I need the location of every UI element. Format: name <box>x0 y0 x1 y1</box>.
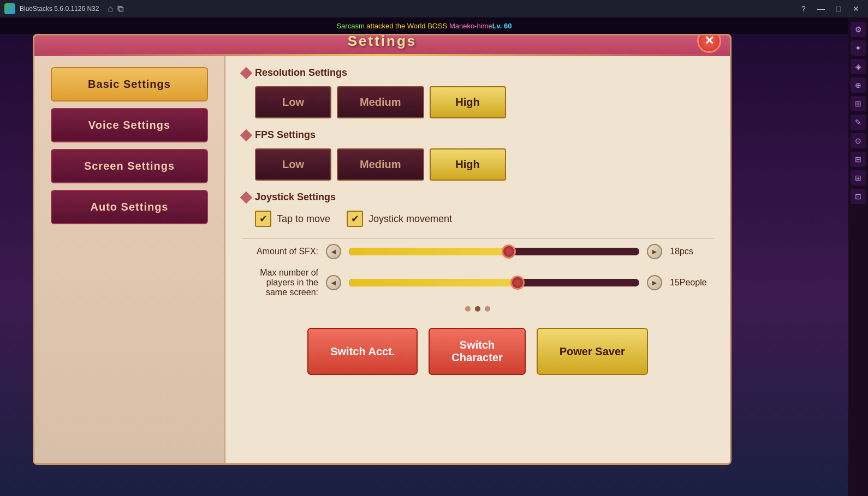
sfx-slider-row: Amount of SFX: ◄ ► 18pcs <box>242 244 714 259</box>
sidebar-icon-2[interactable]: ✦ <box>851 40 866 56</box>
resolution-section: Resolution Settings Low Medium High <box>242 67 714 118</box>
settings-dialog: Settings ✕ Basic Settings Voice Settings… <box>33 34 732 465</box>
sfx-decrease-button[interactable]: ◄ <box>326 244 341 259</box>
pagination <box>242 306 714 312</box>
notif-boss: Maneko-hime <box>449 22 492 30</box>
settings-close-button[interactable]: ✕ <box>697 34 721 53</box>
notif-player: Sarcasm <box>336 22 364 30</box>
resolution-medium-btn[interactable]: Medium <box>337 86 424 118</box>
joystick-movement-label: Joystick movement <box>368 213 452 225</box>
settings-content: Basic Settings Voice Settings Screen Set… <box>34 56 730 463</box>
resolution-title: Resolution Settings <box>255 67 347 79</box>
notif-level: Lv. 60 <box>492 22 512 30</box>
fps-diamond-icon <box>240 129 253 141</box>
sidebar-icon-9[interactable]: ⊞ <box>851 170 866 186</box>
switch-character-button[interactable]: Switch Character <box>429 328 525 375</box>
fps-title: FPS Settings <box>255 129 316 141</box>
fps-btn-group: Low Medium High <box>255 148 714 181</box>
sidebar-icon-1[interactable]: ⚙ <box>851 22 866 37</box>
joystick-section: Joystick Settings ✔ Tap to move ✔ Joysti… <box>242 192 714 227</box>
joystick-diamond-icon <box>240 191 253 204</box>
settings-nav: Basic Settings Voice Settings Screen Set… <box>34 56 225 463</box>
window-controls: ? — □ ✕ <box>796 3 864 14</box>
minimize-button[interactable]: — <box>813 3 829 14</box>
joystick-movement-item: ✔ Joystick movement <box>347 211 452 227</box>
fps-low-btn[interactable]: Low <box>255 148 331 181</box>
resolution-btn-group: Low Medium High <box>255 86 714 118</box>
tap-to-move-label: Tap to move <box>277 213 330 225</box>
settings-main: Resolution Settings Low Medium High FPS … <box>225 56 730 463</box>
notif-action: attacked the World BOSS <box>365 22 449 30</box>
help-button[interactable]: ? <box>796 3 811 14</box>
switch-acct-button[interactable]: Switch Acct. <box>307 328 418 375</box>
sidebar-icon-4[interactable]: ⊕ <box>851 77 866 93</box>
right-sidebar: ⚙ ✦ ◈ ⊕ ⊞ ✎ ⊙ ⊟ ⊞ ⊡ <box>848 17 868 496</box>
fps-header: FPS Settings <box>242 129 714 141</box>
sidebar-icon-7[interactable]: ⊙ <box>851 133 866 148</box>
nav-basic-settings[interactable]: Basic Settings <box>51 67 208 101</box>
maximize-button[interactable]: □ <box>831 3 846 14</box>
sfx-increase-button[interactable]: ► <box>647 244 662 259</box>
fps-medium-btn[interactable]: Medium <box>337 148 424 181</box>
sidebar-icon-3[interactable]: ◈ <box>851 59 866 74</box>
fps-section: FPS Settings Low Medium High <box>242 129 714 181</box>
nav-screen-settings[interactable]: Screen Settings <box>51 149 208 183</box>
pagination-dot-1[interactable] <box>465 306 471 312</box>
nav-auto-settings[interactable]: Auto Settings <box>51 190 208 224</box>
sfx-value: 18pcs <box>670 247 714 256</box>
players-increase-button[interactable]: ► <box>647 275 662 290</box>
settings-header: Settings ✕ <box>34 34 730 56</box>
tap-to-move-item: ✔ Tap to move <box>255 211 330 227</box>
settings-title: Settings <box>348 34 417 50</box>
players-slider-fill <box>349 279 518 286</box>
divider-1 <box>242 238 714 238</box>
notification-bar: Sarcasm attacked the World BOSS Maneko-h… <box>0 17 848 34</box>
players-slider-row: Max number of players in the same screen… <box>242 268 714 297</box>
nav-voice-settings[interactable]: Voice Settings <box>51 108 208 142</box>
titlebar: BlueStacks 5.6.0.1126 N32 ⌂ ⧉ ? — □ ✕ <box>0 0 868 17</box>
resolution-high-btn[interactable]: High <box>430 86 506 118</box>
joystick-options: ✔ Tap to move ✔ Joystick movement <box>255 211 714 227</box>
bluestacks-logo <box>4 3 15 14</box>
players-slider-track[interactable] <box>349 279 639 286</box>
sidebar-icon-8[interactable]: ⊟ <box>851 152 866 167</box>
sidebar-icon-5[interactable]: ⊞ <box>851 96 866 111</box>
sfx-label: Amount of SFX: <box>242 247 318 256</box>
close-x-icon: ✕ <box>704 34 714 48</box>
players-slider-thumb[interactable] <box>510 276 525 290</box>
tap-to-move-checkbox[interactable]: ✔ <box>255 211 271 227</box>
players-value: 15People <box>670 278 714 288</box>
sfx-slider-fill <box>349 248 509 255</box>
joystick-title: Joystick Settings <box>255 192 336 203</box>
players-label: Max number of players in the same screen… <box>242 268 318 297</box>
sidebar-icon-10[interactable]: ⊡ <box>851 189 866 204</box>
copy-icon[interactable]: ⧉ <box>117 4 123 14</box>
bottom-buttons: Switch Acct. Switch Character Power Save… <box>242 322 714 380</box>
pagination-dot-2[interactable] <box>475 306 480 312</box>
joystick-header: Joystick Settings <box>242 192 714 203</box>
players-decrease-button[interactable]: ◄ <box>326 275 341 290</box>
pagination-dot-3[interactable] <box>485 306 490 312</box>
resolution-header: Resolution Settings <box>242 67 714 79</box>
app-name: BlueStacks 5.6.0.1126 N32 <box>20 5 99 13</box>
sidebar-icon-6[interactable]: ✎ <box>851 115 866 130</box>
sfx-slider-thumb[interactable] <box>502 244 516 259</box>
close-button[interactable]: ✕ <box>848 3 864 14</box>
resolution-diamond-icon <box>240 67 253 79</box>
home-icon[interactable]: ⌂ <box>108 4 113 14</box>
sfx-slider-track[interactable] <box>349 248 639 255</box>
joystick-movement-checkbox[interactable]: ✔ <box>347 211 363 227</box>
power-saver-button[interactable]: Power Saver <box>537 328 648 375</box>
resolution-low-btn[interactable]: Low <box>255 86 331 118</box>
fps-high-btn[interactable]: High <box>430 148 506 181</box>
